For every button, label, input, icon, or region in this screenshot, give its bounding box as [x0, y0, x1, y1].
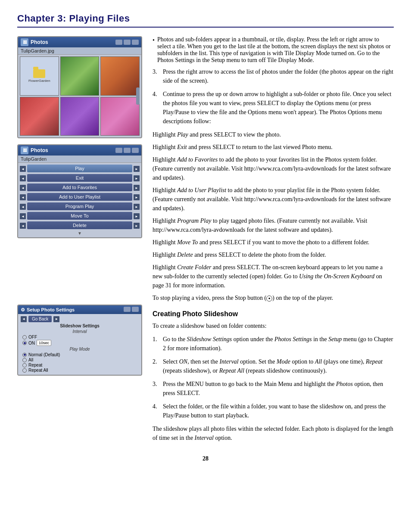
highlight-playlist: Highlight Add to User Playlist to add th… [153, 186, 394, 213]
setup-titlebar: ⚙ Setup Photo Settings [18, 305, 141, 314]
panel1-title: Photos [31, 39, 115, 45]
lock-icon [124, 40, 131, 45]
arrow-right-move[interactable]: ► [134, 213, 140, 219]
arrow-left-pl[interactable]: ◄ [20, 194, 26, 200]
photo-thumb-tulip [100, 56, 140, 96]
arrow-left-goback[interactable]: ◄ [21, 316, 27, 322]
photo-thumb-red [20, 97, 59, 136]
menu-row-moveto: ◄ Move To ► [20, 212, 140, 221]
panel2-title: Photos [31, 147, 115, 153]
highlight-favorites: Highlight Add to Favorites to add the ph… [153, 155, 394, 182]
battery-icon-2 [132, 148, 139, 153]
photo-thumb-pink [100, 97, 140, 136]
folder-label: FlowerGarden [28, 79, 50, 83]
panel2-subtitle: TulipGarden [18, 156, 141, 163]
arrow-left-exit[interactable]: ◄ [20, 175, 26, 181]
go-back-row: ◄ Go Back ► [21, 316, 139, 322]
photo-thumb-green [60, 56, 100, 96]
arrow-left-prog[interactable]: ◄ [20, 204, 26, 210]
slide-step1-text: Go to the Slideshow Settings option unde… [163, 335, 394, 353]
normal-radio[interactable] [22, 353, 27, 357]
menu-exit[interactable]: Exit [27, 174, 132, 182]
step3-text: Press the right arrow to access the list… [163, 67, 394, 85]
arrow-right-fav[interactable]: ► [134, 185, 140, 191]
repeat-all-row: Repeat All [21, 368, 139, 373]
slide-step-3: 3. Press the MENU button to go back to t… [153, 380, 394, 398]
arrow-left-fav[interactable]: ◄ [20, 185, 26, 191]
setup-body: ◄ Go Back ► Slideshow Settings Interval … [18, 314, 141, 375]
slide-step-4: 4. Select the folder, or the file within… [153, 402, 394, 420]
step-4: 4. Continue to press the up or down arro… [153, 90, 394, 126]
repeat-all-radio[interactable] [22, 368, 27, 373]
arrow-right-exit[interactable]: ► [134, 175, 140, 181]
scroll-bar-1[interactable] [136, 87, 140, 105]
interval-value[interactable]: 10sec [37, 340, 51, 346]
all-label: All [28, 358, 33, 362]
slide-step2-text: Select ON, then set the Interval option.… [163, 357, 394, 375]
go-back-button[interactable]: Go Back [28, 316, 52, 322]
spacer [17, 244, 142, 305]
steps-list: 3. Press the right arrow to access the l… [153, 67, 394, 126]
setup-lock-icon [124, 307, 131, 312]
right-column: • Photos and sub-folders appear in a thu… [153, 36, 394, 442]
lock-icon-2 [124, 148, 131, 153]
closing-text: The slideshow plays all photo files with… [153, 424, 394, 442]
arrow-left-play[interactable]: ◄ [20, 166, 26, 172]
on-row: ON 10sec [21, 340, 139, 346]
arrow-left-del[interactable]: ◄ [20, 223, 26, 229]
step-3: 3. Press the right arrow to access the l… [153, 67, 394, 85]
menu-program-play[interactable]: Program Play [27, 202, 132, 210]
arrow-right-del[interactable]: ► [134, 223, 140, 229]
menu-add-playlist[interactable]: Add to User Playlist [27, 193, 132, 201]
repeat-radio[interactable] [22, 363, 27, 367]
menu-play[interactable]: Play [27, 165, 132, 172]
slideshow-intro: To create a slideshow based on folder co… [153, 321, 394, 330]
step3-num: 3. [153, 67, 159, 85]
menu-row-delete: ◄ Delete ► [20, 221, 140, 230]
repeat-label: Repeat [28, 363, 42, 367]
folder-icon [33, 69, 45, 78]
slide-step4-text: Select the folder, or the file within a … [163, 402, 394, 420]
panel1-subtitle: TulipGarden.jpg [18, 47, 141, 55]
menu-row-exit: ◄ Exit ► [20, 174, 140, 183]
on-label: ON [28, 341, 35, 345]
off-row: OFF [21, 335, 139, 339]
slide-step3-num: 3. [153, 380, 159, 398]
highlight-exit: Highlight Exit and press SELECT to retur… [153, 143, 394, 152]
page-number: 28 [17, 455, 394, 462]
slideshow-title: Slideshow Settings [21, 324, 139, 328]
menu-delete[interactable]: Delete [27, 221, 132, 229]
arrow-right-prog[interactable]: ► [134, 204, 140, 210]
bullet-text-1: Photos and sub-folders appear in a thumb… [157, 36, 394, 64]
highlight-moveto: Highlight Move To and press SELECT if yo… [153, 238, 394, 247]
chapter-title: Chapter 3: Playing Files [17, 13, 394, 28]
photos-panel-1: 🖼 Photos TulipGarden.jpg FlowerGarden [17, 36, 142, 138]
setup-title: Setup Photo Settings [27, 307, 75, 312]
arrow-right-pl[interactable]: ► [134, 194, 140, 200]
music-icon [115, 40, 122, 45]
interval-label: Interval [21, 329, 139, 334]
titlebar-icons-2 [115, 148, 139, 153]
highlight-program: Highlight Program Play to play tagged ph… [153, 216, 394, 234]
setup-icon: ⚙ [21, 307, 25, 313]
menu-panel: ◄ Play ► ◄ Exit ► ◄ Add to Favorites ► ◄… [18, 163, 141, 237]
setup-battery-icon [132, 307, 139, 312]
menu-move-to[interactable]: Move To [27, 212, 132, 220]
off-radio[interactable] [22, 335, 27, 339]
all-row: All [21, 358, 139, 362]
arrow-right-play[interactable]: ► [134, 166, 140, 172]
repeat-all-label: Repeat All [28, 368, 48, 373]
menu-add-favorites[interactable]: Add to Favorites [27, 184, 132, 191]
photo-thumb-purple [60, 97, 100, 136]
panel2-titlebar: 🖼 Photos [18, 145, 141, 156]
setup-photo-panel: ⚙ Setup Photo Settings ◄ Go Back ► Slide… [17, 305, 142, 376]
stop-icon: ● [266, 296, 272, 302]
bullet-section: • Photos and sub-folders appear in a thu… [153, 36, 394, 64]
arrow-left-move[interactable]: ◄ [20, 213, 26, 219]
all-radio[interactable] [22, 358, 27, 362]
menu-row-playlist: ◄ Add to User Playlist ► [20, 193, 140, 202]
slideshow-steps: 1. Go to the Slideshow Settings option u… [153, 335, 394, 420]
setup-tb-icons [124, 307, 139, 313]
arrow-right-goback[interactable]: ► [53, 316, 59, 322]
on-radio[interactable] [22, 341, 27, 345]
